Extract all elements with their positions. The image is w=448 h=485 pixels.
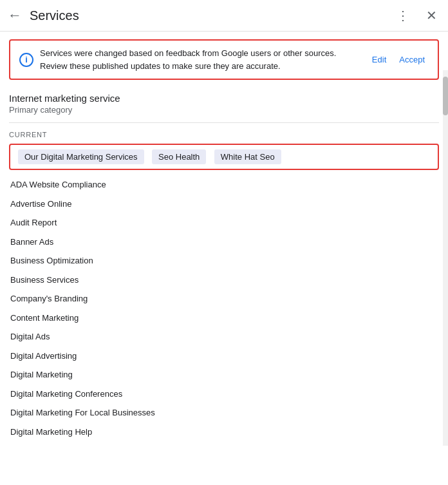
selected-item[interactable]: Our Digital Marketing Services bbox=[18, 149, 144, 164]
alert-message: Services were changed based on feedback … bbox=[40, 47, 362, 72]
list-item[interactable]: Business Services bbox=[9, 271, 439, 290]
close-button[interactable]: ✕ bbox=[422, 6, 440, 24]
list-item[interactable]: Advertise Online bbox=[9, 195, 439, 214]
selected-item[interactable]: Seo Health bbox=[152, 149, 206, 164]
list-item[interactable]: Digital Marketing Help bbox=[9, 423, 439, 442]
edit-button[interactable]: Edit bbox=[368, 52, 390, 67]
list-item[interactable]: ADA Website Compliance bbox=[9, 175, 439, 195]
header: ← Services ⋮ ✕ bbox=[0, 0, 448, 32]
list-item[interactable]: Digital Marketing bbox=[9, 365, 439, 385]
list-item[interactable]: Audit Report bbox=[9, 213, 439, 233]
services-list: ADA Website Compliance Advertise Online … bbox=[0, 175, 448, 446]
divider bbox=[9, 122, 439, 123]
business-category: Internet marketing service bbox=[0, 88, 448, 105]
scrollbar[interactable] bbox=[443, 70, 448, 446]
selected-items-box: Our Digital Marketing Services Seo Healt… bbox=[9, 144, 439, 170]
list-item[interactable]: Banner Ads bbox=[9, 233, 439, 252]
info-icon: i bbox=[19, 53, 33, 67]
business-subcategory: Primary category bbox=[0, 105, 448, 120]
page-title: Services bbox=[30, 8, 394, 23]
selected-item[interactable]: White Hat Seo bbox=[214, 149, 281, 164]
list-item[interactable]: Digital Marketing Conferences bbox=[9, 385, 439, 404]
list-item[interactable]: Digital Ads bbox=[9, 327, 439, 347]
header-icons: ⋮ ✕ bbox=[394, 6, 440, 24]
current-label: CURRENT bbox=[0, 126, 448, 141]
scrollbar-thumb[interactable] bbox=[443, 77, 448, 115]
list-item[interactable]: Business Optimization bbox=[9, 251, 439, 271]
list-item[interactable]: Content Marketing bbox=[9, 309, 439, 328]
accept-button[interactable]: Accept bbox=[395, 52, 429, 67]
main-content: i Services were changed based on feedbac… bbox=[0, 32, 448, 446]
alert-actions: Edit Accept bbox=[368, 52, 429, 67]
list-item[interactable]: Company's Branding bbox=[9, 289, 439, 309]
back-button[interactable]: ← bbox=[8, 7, 22, 24]
list-item[interactable]: Digital Marketing For Local Businesses bbox=[9, 403, 439, 423]
more-options-button[interactable]: ⋮ bbox=[394, 6, 412, 24]
list-item[interactable]: Digital Marketing Speaker bbox=[9, 441, 439, 446]
list-item[interactable]: Digital Advertising bbox=[9, 347, 439, 366]
alert-banner: i Services were changed based on feedbac… bbox=[9, 39, 439, 80]
